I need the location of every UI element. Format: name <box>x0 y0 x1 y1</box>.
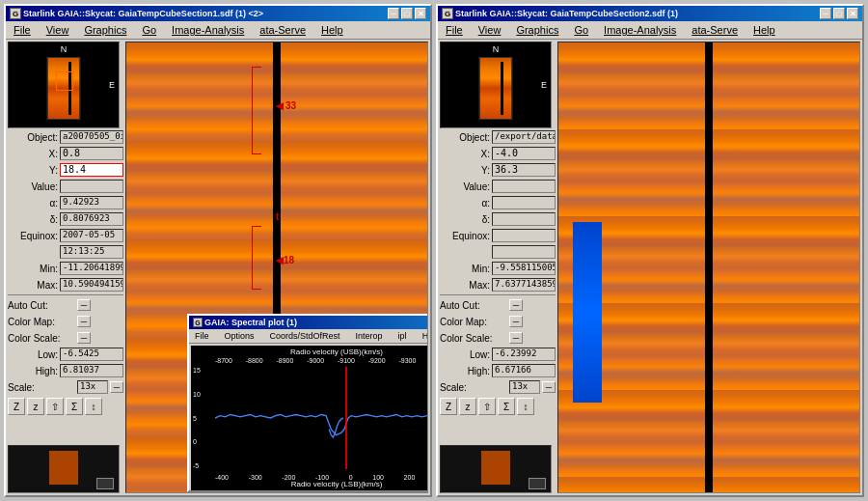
menu-go[interactable]: Go <box>138 23 160 37</box>
menu2-help[interactable]: Help <box>749 23 779 37</box>
zoom-btn-Z[interactable]: Z <box>8 398 25 415</box>
bottom-thumbnail[interactable] <box>8 445 120 493</box>
alpha-row-2: α: <box>440 195 556 210</box>
min-value[interactable]: -11.20641899 <box>60 262 123 275</box>
menu-view[interactable]: View <box>42 23 73 37</box>
scale-btn-2[interactable]: ─ <box>542 381 556 393</box>
equinox-value-2[interactable] <box>492 229 556 242</box>
menu-file[interactable]: File <box>10 23 35 37</box>
menu-imageanalysis[interactable]: Image-Analysis <box>168 23 248 37</box>
bottom-thumbnail-2[interactable] <box>440 445 552 493</box>
autocut-btn[interactable]: ─ <box>77 299 91 311</box>
menu-help[interactable]: Help <box>317 23 347 37</box>
object-value[interactable]: a20070505_0i <box>60 130 123 144</box>
menu-serve[interactable]: ata-Serve <box>256 23 310 37</box>
scale-btn[interactable]: ─ <box>110 381 123 393</box>
delta-value-2[interactable] <box>492 212 556 226</box>
min-value-2[interactable]: -9.558115005 <box>492 262 556 275</box>
spectral-menu-options[interactable]: Options <box>221 330 258 342</box>
minimize-button-2[interactable]: ─ <box>820 8 831 19</box>
spectral-menu-ipl[interactable]: ipl <box>394 330 411 342</box>
low-row-2: Low: -6.23992 <box>440 347 556 362</box>
equinox2-value-2[interactable] <box>492 245 556 259</box>
zoom-btn-z-2[interactable]: z <box>459 398 476 415</box>
object-value-2[interactable]: /export/data/fi <box>492 130 556 144</box>
delta-value[interactable]: 0.8076923 <box>60 212 123 226</box>
x-value[interactable]: 0.8 <box>60 147 123 160</box>
fit-btn-2[interactable]: Σ <box>498 398 515 415</box>
y-tick-3: 5 <box>193 415 201 422</box>
colorscale-label-2: Color Scale: <box>440 333 507 344</box>
autocut-btn-2[interactable]: ─ <box>509 299 523 311</box>
min-row-2: Min: -9.558115005 <box>440 261 556 276</box>
menu-graphics[interactable]: Graphics <box>80 23 130 37</box>
close-button-2[interactable]: ✕ <box>847 8 858 19</box>
colorscale-btn-2[interactable]: ─ <box>509 332 523 344</box>
delta-row-2: δ: <box>440 211 556 227</box>
spectral-menu-interop[interactable]: Interop <box>352 330 387 342</box>
value-value[interactable] <box>60 180 123 193</box>
minimize-button[interactable]: ─ <box>388 8 399 19</box>
min-label: Min: <box>8 264 58 274</box>
colormap-label: Color Map: <box>8 317 75 327</box>
equinox-label: Equinox: <box>8 231 58 241</box>
pan-btn-S[interactable]: ⇧ <box>46 398 64 415</box>
bottom-axis-label: Radio velocity (LSB)(km/s) <box>191 480 428 488</box>
tick-t7: -9300 <box>399 357 417 364</box>
fields-group-2: Object: /export/data/fi X: -4.0 Y: 36.3 … <box>440 129 556 292</box>
y-label: Y: <box>8 165 58 176</box>
flip-btn-2[interactable]: ↕ <box>517 398 534 415</box>
north-label: N <box>61 44 68 54</box>
menu2-serve[interactable]: ata-Serve <box>688 23 742 37</box>
tick-t5: -9100 <box>338 357 355 364</box>
max-row: Max: 10.590494159 <box>8 277 123 292</box>
pan-btn-S-2[interactable]: ⇧ <box>478 398 496 415</box>
x-value-2[interactable]: -4.0 <box>492 147 556 160</box>
y-axis: 15 10 5 0 -5 <box>193 367 201 469</box>
maximize-button-2[interactable]: □ <box>833 8 845 19</box>
spectral-menu-file[interactable]: File <box>191 330 213 342</box>
menu2-go[interactable]: Go <box>570 23 592 37</box>
alpha-value[interactable]: 9.42923 <box>60 196 123 209</box>
low-value[interactable]: -6.5425 <box>60 348 123 361</box>
scale-value-2[interactable]: 13x <box>509 380 540 394</box>
alpha-value-2[interactable] <box>492 196 556 209</box>
high-value-2[interactable]: 6.67166 <box>492 364 556 377</box>
value-value-2[interactable] <box>492 180 556 193</box>
menu2-file[interactable]: File <box>442 23 467 37</box>
scale-row: Scale: 13x ─ <box>8 379 123 395</box>
spectral-menu-help[interactable]: Help <box>419 330 428 342</box>
zoom-btn-Z-2[interactable]: Z <box>440 398 457 415</box>
fit-btn[interactable]: Σ <box>66 398 83 415</box>
y-value-2[interactable]: 36.3 <box>492 163 556 177</box>
max-value-2[interactable]: 7.6377143859 <box>492 278 556 292</box>
zoom-btn-z[interactable]: z <box>27 398 44 415</box>
menu2-imageanalysis[interactable]: Image-Analysis <box>600 23 680 37</box>
high-value[interactable]: 6.81037 <box>60 364 123 377</box>
flip-btn[interactable]: ↕ <box>85 398 102 415</box>
thumbnail-canvas[interactable]: N E <box>8 42 120 128</box>
spectral-menu-coords[interactable]: Coords/StdOfRest <box>266 330 344 342</box>
window2-titlebar: G Starlink GAIA::Skycat: GaiaTempCubeSec… <box>438 6 862 21</box>
colormap-row-2: Color Map: ─ <box>440 314 556 329</box>
main-image-right[interactable] <box>557 42 860 493</box>
colorscale-row-2: Color Scale: ─ <box>440 330 556 346</box>
max-value[interactable]: 10.590494159 <box>60 278 123 292</box>
y-value[interactable]: 18.4 <box>60 163 123 177</box>
thumbnail-canvas-2[interactable]: N E <box>440 42 552 128</box>
maximize-button[interactable]: □ <box>401 8 413 19</box>
equinox-value[interactable]: 2007-05-05 <box>60 229 123 242</box>
equinox2-value[interactable]: 12:13:25 <box>60 245 123 259</box>
menu2-view[interactable]: View <box>475 23 505 37</box>
autocut-row-2: Auto Cut: ─ <box>440 297 556 313</box>
menu2-graphics[interactable]: Graphics <box>512 23 562 37</box>
blue-strip <box>573 222 602 402</box>
scale-value[interactable]: 13x <box>77 380 108 394</box>
plot-area[interactable]: Radio velocity (USB)(km/s) -8700 -8800 -… <box>191 346 428 490</box>
colormap-btn[interactable]: ─ <box>77 316 91 327</box>
colormap-btn-2[interactable]: ─ <box>509 316 523 327</box>
low-value-2[interactable]: -6.23992 <box>492 348 556 361</box>
close-button[interactable]: ✕ <box>415 8 426 19</box>
colorscale-btn[interactable]: ─ <box>77 332 91 344</box>
main-image-left[interactable]: ◀33 t ◀18 H01 G <box>125 42 428 493</box>
